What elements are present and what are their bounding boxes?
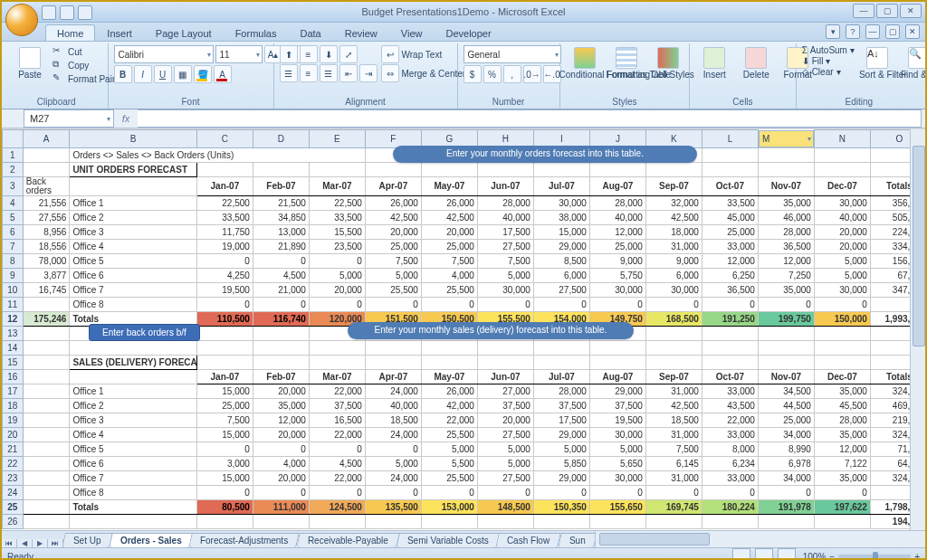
- cell[interactable]: 20,000: [253, 384, 309, 398]
- cell[interactable]: 25,000: [589, 239, 645, 253]
- align-middle-button[interactable]: ≡: [300, 45, 318, 63]
- vscroll-thumb[interactable]: [913, 146, 925, 346]
- cell[interactable]: [589, 514, 645, 528]
- cell[interactable]: 21,500: [253, 195, 309, 210]
- cell[interactable]: [253, 355, 309, 369]
- cell[interactable]: 25,000: [702, 224, 758, 239]
- col-header[interactable]: E: [309, 130, 365, 148]
- cell[interactable]: 199,750: [758, 311, 814, 326]
- cell[interactable]: 0: [758, 297, 814, 311]
- row-header[interactable]: 4: [3, 195, 24, 210]
- border-button[interactable]: ▦: [174, 65, 192, 83]
- sheet-tab[interactable]: Receivable-Payable: [296, 533, 399, 547]
- cell[interactable]: 6,000: [533, 268, 589, 282]
- cell[interactable]: 30,000: [589, 470, 645, 485]
- cell[interactable]: 22,000: [421, 413, 477, 427]
- cell[interactable]: 12,000: [814, 441, 870, 456]
- cell[interactable]: 20,000: [253, 427, 309, 441]
- cell[interactable]: Office 5: [70, 441, 197, 456]
- cell[interactable]: 27,556: [23, 210, 70, 224]
- cell[interactable]: 33,000: [702, 427, 758, 441]
- col-header[interactable]: A: [23, 130, 70, 148]
- hscroll-thumb[interactable]: [599, 533, 710, 546]
- cell[interactable]: [365, 355, 421, 369]
- cell[interactable]: Oct-07: [702, 176, 758, 195]
- cell[interactable]: [758, 355, 814, 369]
- cell[interactable]: 42,500: [421, 210, 477, 224]
- cell[interactable]: 3,877: [23, 268, 70, 282]
- cell[interactable]: 6,978: [758, 456, 814, 470]
- cell[interactable]: 5,650: [589, 456, 645, 470]
- cell[interactable]: 30,000: [589, 282, 645, 297]
- cell[interactable]: 3,000: [196, 456, 253, 470]
- cell[interactable]: Jan-07: [196, 369, 253, 384]
- row-header[interactable]: 11: [3, 297, 24, 311]
- cell[interactable]: Nov-07: [758, 176, 814, 195]
- cell[interactable]: 0: [814, 297, 870, 311]
- comma-button[interactable]: ,: [503, 65, 521, 83]
- row-header[interactable]: 5: [3, 210, 24, 224]
- cell[interactable]: 30,000: [477, 282, 533, 297]
- cell[interactable]: 26,000: [421, 384, 477, 398]
- cell[interactable]: 4,000: [421, 268, 477, 282]
- cell[interactable]: 15,000: [196, 427, 253, 441]
- cell[interactable]: 20,000: [814, 239, 870, 253]
- cell[interactable]: 0: [477, 297, 533, 311]
- cell[interactable]: [814, 514, 870, 528]
- cell[interactable]: 35,000: [758, 195, 814, 210]
- tab-nav-first[interactable]: ⏮: [2, 539, 17, 547]
- cell[interactable]: [758, 326, 814, 340]
- cell[interactable]: 25,000: [758, 413, 814, 427]
- cell[interactable]: 0: [421, 297, 477, 311]
- cell[interactable]: 6,234: [702, 456, 758, 470]
- cell[interactable]: [645, 340, 702, 355]
- row-header[interactable]: 23: [3, 470, 24, 485]
- font-color-button[interactable]: A: [214, 65, 232, 83]
- cell[interactable]: [23, 427, 70, 441]
- cell[interactable]: 31,000: [645, 427, 702, 441]
- cell[interactable]: 36,500: [758, 239, 814, 253]
- cell[interactable]: 0: [421, 485, 477, 499]
- cell[interactable]: 43,500: [702, 398, 758, 413]
- decrease-decimal-button[interactable]: ←.0: [543, 65, 561, 83]
- cell[interactable]: 80,500: [196, 499, 253, 514]
- doc-minimize-icon[interactable]: —: [865, 24, 880, 39]
- cell[interactable]: 42,500: [645, 210, 702, 224]
- col-header-selected[interactable]: M: [759, 130, 814, 147]
- cell[interactable]: 5,500: [421, 456, 477, 470]
- cell[interactable]: 33,000: [702, 239, 758, 253]
- cell[interactable]: Apr-07: [365, 176, 421, 195]
- cell[interactable]: 18,500: [365, 413, 421, 427]
- row-header[interactable]: 14: [3, 340, 24, 355]
- cell[interactable]: 0: [365, 485, 421, 499]
- cell[interactable]: 124,500: [309, 499, 365, 514]
- cell[interactable]: [533, 355, 589, 369]
- cell[interactable]: 0: [309, 441, 365, 456]
- row-header[interactable]: 12: [3, 311, 24, 326]
- cell[interactable]: 5,850: [533, 456, 589, 470]
- row-header[interactable]: 10: [3, 282, 24, 297]
- cell[interactable]: 27,500: [477, 239, 533, 253]
- cell[interactable]: 21,556: [23, 195, 70, 210]
- doc-restore-icon[interactable]: ▢: [885, 24, 900, 39]
- tab-nav-prev[interactable]: ◀: [17, 539, 33, 547]
- cell[interactable]: [758, 162, 814, 176]
- cell[interactable]: [23, 514, 70, 528]
- cell[interactable]: Mar-07: [309, 369, 365, 384]
- row-header[interactable]: 9: [3, 268, 24, 282]
- cell[interactable]: [70, 340, 197, 355]
- orientation-button[interactable]: ⤢: [339, 45, 358, 63]
- cell[interactable]: 6,000: [645, 268, 702, 282]
- insert-cells-button[interactable]: Insert: [695, 45, 733, 82]
- normal-view-button[interactable]: [732, 548, 750, 560]
- cell[interactable]: 46,000: [758, 210, 814, 224]
- cell[interactable]: [702, 340, 758, 355]
- cell[interactable]: 30,000: [589, 427, 645, 441]
- cell[interactable]: [23, 456, 70, 470]
- bold-button[interactable]: B: [114, 65, 132, 83]
- cell[interactable]: 16,500: [309, 413, 365, 427]
- cell[interactable]: 4,500: [309, 456, 365, 470]
- cell[interactable]: 0: [196, 441, 253, 456]
- select-all-corner[interactable]: [3, 130, 24, 148]
- cell[interactable]: Sep-07: [645, 176, 702, 195]
